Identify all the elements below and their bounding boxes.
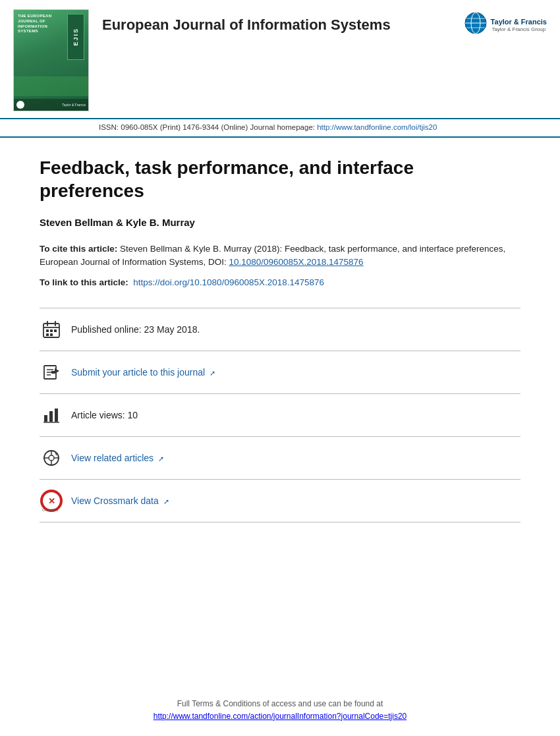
link-label: To link to this article: [40,277,128,287]
globe-icon [464,12,487,34]
article-authors: Steven Bellman & Kyle B. Murray [40,217,520,228]
crossmark-label: View Crossmark data ➚ [71,495,169,506]
related-label: View related articles ➚ [71,453,164,463]
journal-main-title: European Journal of Information Systems [102,16,464,35]
page-header: THE EUROPEAN JOURNAL OF INFORMATION SYST… [0,0,560,119]
svg-point-23 [49,455,54,461]
submit-link[interactable]: Submit your article to this journal [71,367,205,378]
svg-rect-19 [49,411,53,422]
svg-text:✕: ✕ [48,496,55,506]
journal-title-area: European Journal of Information Systems [89,9,464,35]
tf-brand-name: Taylor & Francis [491,18,547,26]
journal-cover: THE EUROPEAN JOURNAL OF INFORMATION SYST… [13,9,89,111]
citation-section: To cite this article: Steven Bellman & K… [40,242,520,269]
crossmark-item[interactable]: ✕ CrossMark View Crossmark data ➚ [40,480,520,523]
main-content: Feedback, task performance, and interfac… [0,138,560,549]
submit-label: Submit your article to this journal ➚ [71,367,215,378]
tf-logo-circle [464,12,487,37]
cite-label: To cite this article: [40,244,117,254]
journal-homepage-link[interactable]: http://www.tandfonline.com/loi/tjis20 [317,123,437,131]
svg-rect-20 [55,409,58,422]
tf-logo: Taylor & Francis Taylor & Francis Group [464,9,547,37]
calendar-icon [40,318,63,341]
views-label: Article views: 10 [71,410,138,420]
doi-link-section: To link to this article: https://doi.org… [40,276,520,289]
related-link[interactable]: View related articles [71,453,154,463]
footer-line1: Full Terms & Conditions of access and us… [0,698,560,710]
svg-rect-13 [50,333,53,336]
crossmark-ext-icon: ➚ [163,497,169,506]
footer-line2: http://www.tandfonline.com/action/journa… [0,710,560,723]
related-ext-icon: ➚ [158,455,164,463]
submit-icon [40,360,63,384]
published-item: Published online: 23 May 2018. [40,308,520,351]
related-icon [40,446,63,470]
issn-text: ISSN: 0960-085X (Print) 1476-9344 (Onlin… [99,123,437,131]
svg-rect-11 [54,329,57,332]
submit-ext-icon: ➚ [210,369,215,378]
crossmark-logo: ✕ CrossMark [40,489,63,513]
views-item: Article views: 10 [40,394,520,437]
submit-item[interactable]: Submit your article to this journal ➚ [40,351,520,394]
svg-rect-10 [50,329,53,332]
crossmark-link[interactable]: View Crossmark data [71,495,159,506]
tf-brand-sub: Taylor & Francis Group [491,26,547,32]
svg-rect-9 [46,329,49,332]
article-title: Feedback, task performance, and interfac… [40,156,520,202]
doi-link[interactable]: https://doi.org/10.1080/0960085X.2018.14… [133,277,324,287]
published-label: Published online: 23 May 2018. [71,324,200,335]
related-item[interactable]: View related articles ➚ [40,437,520,480]
cover-badge: EJIS [67,14,84,60]
svg-rect-18 [44,415,47,422]
svg-rect-12 [46,333,49,336]
bar-chart-icon [40,403,63,427]
issn-bar: ISSN: 0960-085X (Print) 1476-9344 (Onlin… [0,119,560,138]
cover-footer: Taylor & Francis [14,99,88,111]
footer-link[interactable]: http://www.tandfonline.com/action/journa… [154,712,407,721]
cite-doi-link[interactable]: 10.1080/0960085X.2018.1475876 [229,257,363,267]
svg-text:CrossMark: CrossMark [42,508,59,512]
action-list: Published online: 23 May 2018. Submit yo… [40,308,520,523]
page-footer: Full Terms & Conditions of access and us… [0,698,560,723]
